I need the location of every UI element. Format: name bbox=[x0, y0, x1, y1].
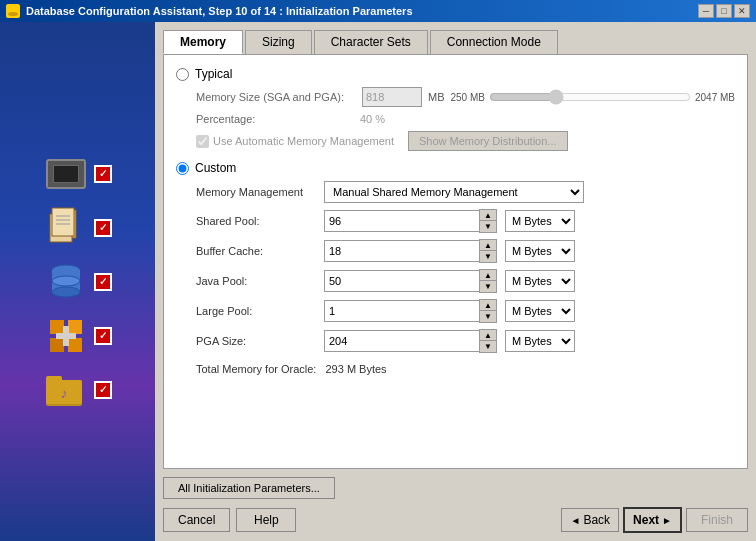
buffer-cache-row: Buffer Cache: ▲ ▼ M BytesG BytesK Bytes bbox=[196, 239, 735, 263]
folder-icon: ♪ bbox=[46, 370, 86, 410]
shared-pool-spinner-btns: ▲ ▼ bbox=[479, 209, 497, 233]
total-memory-label: Total Memory for Oracle: bbox=[196, 363, 316, 375]
shared-pool-unit[interactable]: M BytesG BytesK Bytes bbox=[505, 210, 575, 232]
buffer-cache-unit[interactable]: M BytesG BytesK Bytes bbox=[505, 240, 575, 262]
svg-point-12 bbox=[52, 276, 80, 286]
svg-rect-5 bbox=[52, 208, 74, 236]
memory-size-row: Memory Size (SGA and PGA): MB 250 MB 204… bbox=[196, 87, 735, 107]
custom-label: Custom bbox=[195, 161, 236, 175]
pga-size-label: PGA Size: bbox=[196, 335, 316, 347]
memory-slider[interactable] bbox=[489, 89, 691, 105]
help-button[interactable]: Help bbox=[236, 508, 296, 532]
memory-management-dropdown[interactable]: Manual Shared Memory ManagementAutomatic… bbox=[324, 181, 584, 203]
back-label: Back bbox=[583, 513, 610, 527]
total-memory-value: 293 M Bytes bbox=[325, 363, 386, 375]
svg-rect-14 bbox=[68, 320, 82, 334]
buffer-cache-label: Buffer Cache: bbox=[196, 245, 316, 257]
percentage-row: Percentage: 40 % bbox=[196, 113, 735, 125]
auto-memory-label: Use Automatic Memory Management bbox=[213, 135, 394, 147]
database-icon bbox=[46, 262, 86, 302]
pga-size-input[interactable] bbox=[324, 330, 479, 352]
typical-label: Typical bbox=[195, 67, 232, 81]
custom-radio[interactable] bbox=[176, 162, 189, 175]
large-pool-spinner-btns: ▲ ▼ bbox=[479, 299, 497, 323]
svg-rect-16 bbox=[68, 338, 82, 352]
left-item-5: ♪ ✓ bbox=[44, 368, 112, 412]
nav-right: ◄ Back Next ► Finish bbox=[561, 507, 748, 533]
next-arrow-icon: ► bbox=[662, 515, 672, 526]
java-pool-down[interactable]: ▼ bbox=[480, 281, 496, 292]
svg-rect-15 bbox=[50, 338, 64, 352]
shared-pool-input[interactable] bbox=[324, 210, 479, 232]
cancel-button[interactable]: Cancel bbox=[163, 508, 230, 532]
pga-size-spinner: ▲ ▼ bbox=[324, 329, 497, 353]
java-pool-spinner: ▲ ▼ bbox=[324, 269, 497, 293]
typical-radio-label[interactable]: Typical bbox=[176, 67, 735, 81]
pga-size-row: PGA Size: ▲ ▼ M BytesG BytesK Bytes bbox=[196, 329, 735, 353]
shared-pool-spinner: ▲ ▼ bbox=[324, 209, 497, 233]
svg-rect-18 bbox=[56, 333, 76, 339]
tab-bar: Memory Sizing Character Sets Connection … bbox=[163, 30, 748, 54]
percentage-value: 40 % bbox=[360, 113, 385, 125]
memory-management-label: Memory Management bbox=[196, 186, 316, 198]
typical-fields: Memory Size (SGA and PGA): MB 250 MB 204… bbox=[196, 87, 735, 151]
window-title: Database Configuration Assistant, Step 1… bbox=[26, 5, 413, 17]
java-pool-label: Java Pool: bbox=[196, 275, 316, 287]
svg-point-11 bbox=[52, 287, 80, 297]
minimize-button[interactable]: ─ bbox=[698, 4, 714, 18]
pga-size-unit[interactable]: M BytesG BytesK Bytes bbox=[505, 330, 575, 352]
left-item-4: ✓ bbox=[44, 314, 112, 358]
large-pool-up[interactable]: ▲ bbox=[480, 300, 496, 311]
bottom-area: All Initialization Parameters... Cancel … bbox=[163, 477, 748, 533]
nav-buttons: Cancel Help ◄ Back Next ► Finish bbox=[163, 507, 748, 533]
tab-character-sets[interactable]: Character Sets bbox=[314, 30, 428, 54]
all-params-button[interactable]: All Initialization Parameters... bbox=[163, 477, 335, 499]
java-pool-input[interactable] bbox=[324, 270, 479, 292]
shared-pool-down[interactable]: ▼ bbox=[480, 221, 496, 232]
memory-management-row: Memory Management Manual Shared Memory M… bbox=[196, 181, 735, 203]
buffer-cache-down[interactable]: ▼ bbox=[480, 251, 496, 262]
show-memory-button[interactable]: Show Memory Distribution... bbox=[408, 131, 568, 151]
next-button[interactable]: Next ► bbox=[623, 507, 682, 533]
auto-memory-row: Use Automatic Memory Management Show Mem… bbox=[196, 131, 735, 151]
java-pool-row: Java Pool: ▲ ▼ M BytesG BytesK Bytes bbox=[196, 269, 735, 293]
typical-radio[interactable] bbox=[176, 68, 189, 81]
next-label: Next bbox=[633, 513, 659, 527]
java-pool-spinner-btns: ▲ ▼ bbox=[479, 269, 497, 293]
checkbox-red-4: ✓ bbox=[94, 327, 112, 345]
checkbox-red-2: ✓ bbox=[94, 219, 112, 237]
memory-size-input[interactable] bbox=[362, 87, 422, 107]
large-pool-down[interactable]: ▼ bbox=[480, 311, 496, 322]
pga-size-down[interactable]: ▼ bbox=[480, 341, 496, 352]
puzzle-icon bbox=[46, 316, 86, 356]
percentage-label: Percentage: bbox=[196, 113, 356, 125]
back-button[interactable]: ◄ Back bbox=[561, 508, 619, 532]
java-pool-unit[interactable]: M BytesG BytesK Bytes bbox=[505, 270, 575, 292]
shared-pool-up[interactable]: ▲ bbox=[480, 210, 496, 221]
large-pool-input[interactable] bbox=[324, 300, 479, 322]
svg-rect-13 bbox=[50, 320, 64, 334]
left-item-2: ✓ bbox=[44, 206, 112, 250]
buffer-cache-spinner-btns: ▲ ▼ bbox=[479, 239, 497, 263]
close-button[interactable]: ✕ bbox=[734, 4, 750, 18]
finish-button[interactable]: Finish bbox=[686, 508, 748, 532]
right-panel: Memory Sizing Character Sets Connection … bbox=[155, 22, 756, 541]
documents-icon bbox=[46, 206, 86, 250]
large-pool-unit[interactable]: M BytesG BytesK Bytes bbox=[505, 300, 575, 322]
tab-memory[interactable]: Memory bbox=[163, 30, 243, 54]
auto-memory-checkbox[interactable] bbox=[196, 135, 209, 148]
maximize-button[interactable]: □ bbox=[716, 4, 732, 18]
buffer-cache-up[interactable]: ▲ bbox=[480, 240, 496, 251]
range-min: 250 MB bbox=[451, 92, 485, 103]
title-bar: Database Configuration Assistant, Step 1… bbox=[0, 0, 756, 22]
pga-size-up[interactable]: ▲ bbox=[480, 330, 496, 341]
custom-radio-label[interactable]: Custom bbox=[176, 161, 735, 175]
large-pool-spinner: ▲ ▼ bbox=[324, 299, 497, 323]
content-area: Typical Memory Size (SGA and PGA): MB 25… bbox=[163, 54, 748, 469]
tab-connection-mode[interactable]: Connection Mode bbox=[430, 30, 558, 54]
java-pool-up[interactable]: ▲ bbox=[480, 270, 496, 281]
tab-sizing[interactable]: Sizing bbox=[245, 30, 312, 54]
large-pool-label: Large Pool: bbox=[196, 305, 316, 317]
buffer-cache-input[interactable] bbox=[324, 240, 479, 262]
shared-pool-row: Shared Pool: ▲ ▼ M BytesG BytesK Bytes bbox=[196, 209, 735, 233]
